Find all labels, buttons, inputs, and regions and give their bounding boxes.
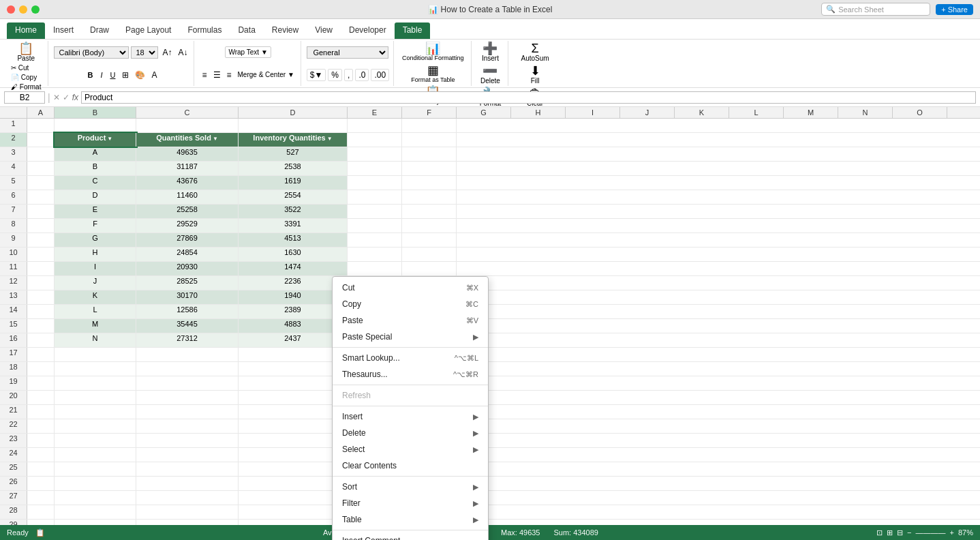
cell-A9[interactable]: [27, 233, 55, 247]
autosum-button[interactable]: Σ AutoSum: [518, 41, 551, 63]
tab-developer[interactable]: Developer: [341, 22, 395, 39]
cell-C2[interactable]: Quantities Sold▼: [136, 133, 239, 147]
cell-D14[interactable]: 2389: [239, 305, 348, 318]
cell-A10[interactable]: [27, 247, 55, 261]
cell-D10[interactable]: 1630: [239, 247, 348, 261]
cell-D6[interactable]: 2554: [239, 190, 348, 204]
cell-A13[interactable]: [27, 290, 55, 304]
cell-D12[interactable]: 2236: [239, 276, 348, 290]
cell-C15[interactable]: 35445: [136, 319, 239, 333]
tab-insert[interactable]: Insert: [45, 22, 82, 39]
cell-B14[interactable]: L: [55, 305, 136, 318]
cell-F7[interactable]: [402, 205, 457, 218]
cell-E5[interactable]: [348, 176, 402, 190]
cell-D11[interactable]: 1474: [239, 262, 348, 275]
col-header-O[interactable]: O: [893, 107, 947, 118]
col-header-G[interactable]: G: [457, 107, 511, 118]
cell-D4[interactable]: 2538: [239, 162, 348, 175]
cell-E8[interactable]: [348, 219, 402, 232]
cell-B3[interactable]: A: [55, 147, 136, 161]
font-family-select[interactable]: Calibri (Body): [54, 46, 129, 59]
align-left-button[interactable]: ≡: [200, 70, 209, 80]
tab-data[interactable]: Data: [230, 22, 263, 39]
insert-cells-button[interactable]: ➕ Insert: [479, 41, 502, 63]
cell-A3[interactable]: [27, 147, 55, 161]
tab-view[interactable]: View: [307, 22, 341, 39]
cell-A1[interactable]: [27, 119, 55, 132]
cell-C5[interactable]: 43676: [136, 176, 239, 190]
col-header-F[interactable]: F: [402, 107, 457, 118]
cell-D7[interactable]: 3522: [239, 205, 348, 218]
currency-button[interactable]: $▼: [307, 69, 326, 81]
copy-button[interactable]: 📄 Copy: [8, 73, 44, 82]
col-header-K[interactable]: K: [675, 107, 729, 118]
cell-C16[interactable]: 27312: [136, 333, 239, 347]
cell-B4[interactable]: B: [55, 162, 136, 175]
context-menu-item[interactable]: Table▶: [333, 511, 488, 528]
close-button[interactable]: [7, 5, 15, 14]
cell-B11[interactable]: I: [55, 262, 136, 275]
cell-C12[interactable]: 28525: [136, 276, 239, 290]
font-size-select[interactable]: 18: [131, 46, 158, 59]
format-as-table-button[interactable]: ▦ Format as Table: [408, 63, 457, 85]
view-normal-icon[interactable]: ⊡: [876, 528, 883, 537]
cell-B2[interactable]: Product▼: [55, 133, 136, 147]
cell-E11[interactable]: [348, 262, 402, 275]
bold-button[interactable]: B: [85, 70, 95, 80]
tab-page-layout[interactable]: Page Layout: [117, 22, 179, 39]
cell-E9[interactable]: [348, 233, 402, 247]
decrease-font-icon[interactable]: A↓: [176, 47, 189, 58]
context-menu-item[interactable]: Cut⌘X: [333, 280, 488, 296]
cell-C11[interactable]: 20930: [136, 262, 239, 275]
cell-A8[interactable]: [27, 219, 55, 232]
cell-B12[interactable]: J: [55, 276, 136, 290]
zoom-slider[interactable]: ————: [916, 528, 946, 537]
view-layout-icon[interactable]: ⊞: [887, 528, 893, 537]
context-menu-item[interactable]: Clear Contents: [333, 457, 488, 474]
cell-C13[interactable]: 30170: [136, 290, 239, 304]
tab-formulas[interactable]: Formulas: [179, 22, 230, 39]
cell-A6[interactable]: [27, 190, 55, 204]
conditional-formatting-button[interactable]: 📊 Conditional Formatting: [399, 41, 467, 63]
cell-F1[interactable]: [402, 119, 457, 132]
cell-D15[interactable]: 4883: [239, 319, 348, 333]
cell-E2[interactable]: [348, 133, 402, 147]
tab-draw[interactable]: Draw: [82, 22, 117, 39]
cell-B5[interactable]: C: [55, 176, 136, 190]
col-header-N[interactable]: N: [838, 107, 893, 118]
cell-C9[interactable]: 27869: [136, 233, 239, 247]
context-menu-item[interactable]: Select▶: [333, 441, 488, 457]
context-menu-item[interactable]: Insert▶: [333, 408, 488, 425]
merge-center-button[interactable]: Merge & Center ▼: [236, 70, 296, 79]
tab-review[interactable]: Review: [264, 22, 307, 39]
cell-F11[interactable]: [402, 262, 457, 275]
cell-E4[interactable]: [348, 162, 402, 175]
cell-A16[interactable]: [27, 333, 55, 347]
formula-input[interactable]: [81, 91, 976, 104]
cell-A12[interactable]: [27, 276, 55, 290]
cell-C3[interactable]: 49635: [136, 147, 239, 161]
cell-A5[interactable]: [27, 176, 55, 190]
context-menu-item[interactable]: Insert Comment: [333, 532, 488, 540]
cell-B10[interactable]: H: [55, 247, 136, 261]
zoom-out-button[interactable]: −: [907, 528, 911, 537]
col-header-J[interactable]: J: [620, 107, 675, 118]
context-menu-item[interactable]: Copy⌘C: [333, 296, 488, 312]
name-box[interactable]: [4, 91, 45, 104]
cut-button[interactable]: ✂ Cut: [8, 63, 44, 72]
cell-D13[interactable]: 1940: [239, 290, 348, 304]
zoom-in-button[interactable]: +: [950, 528, 954, 537]
italic-button[interactable]: I: [97, 70, 105, 80]
cell-C4[interactable]: 31187: [136, 162, 239, 175]
cell-E3[interactable]: [348, 147, 402, 161]
cell-F6[interactable]: [402, 190, 457, 204]
confirm-icon[interactable]: ✓: [63, 93, 70, 102]
cell-F5[interactable]: [402, 176, 457, 190]
context-menu-item[interactable]: Paste⌘V: [333, 312, 488, 329]
cell-C6[interactable]: 11460: [136, 190, 239, 204]
cell-D16[interactable]: 2437: [239, 333, 348, 347]
cell-C7[interactable]: 25258: [136, 205, 239, 218]
col-header-C[interactable]: C: [136, 107, 239, 118]
context-menu-item[interactable]: Delete▶: [333, 425, 488, 441]
cell-E10[interactable]: [348, 247, 402, 261]
